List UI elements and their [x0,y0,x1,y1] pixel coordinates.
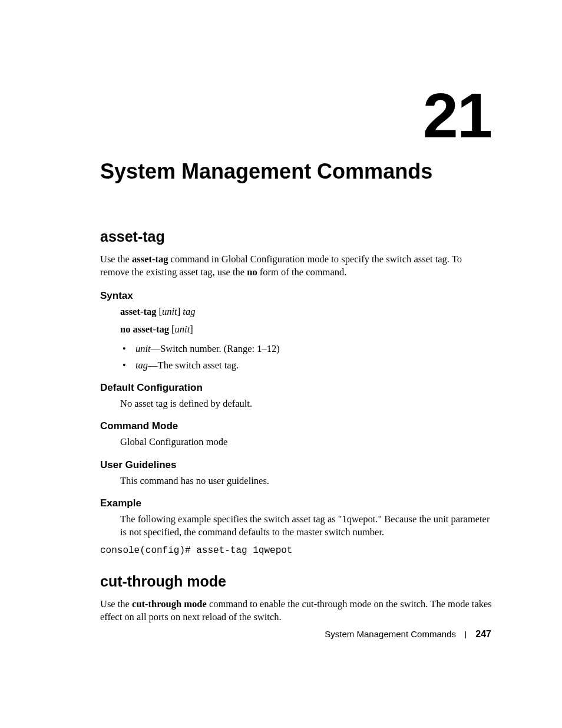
footer-title: System Management Commands [325,629,456,639]
example-code: console(config)# asset-tag 1qwepot [100,545,492,558]
footer-separator [465,631,466,638]
bold-text: cut-through mode [132,598,207,610]
syntax-line: no asset-tag [unit] [120,323,492,336]
command-mode-section: Command Mode Global Configuration mode [100,420,492,449]
asset-tag-intro: Use the asset-tag command in Global Conf… [100,253,492,279]
example-text: The following example specifies the swit… [120,513,492,539]
bold-text: no [247,266,257,278]
syntax-param: unit [162,306,177,317]
text-fragment: form of the command. [257,266,347,278]
section-heading-asset-tag: asset-tag [100,227,492,247]
cut-through-intro: Use the cut-through mode command to enab… [100,598,492,624]
chapter-title: System Management Commands [100,159,432,184]
page-number: 247 [475,629,491,639]
default-config-section: Default Configuration No asset tag is de… [100,381,492,410]
syntax-param: unit [175,324,190,335]
text-fragment: ] [177,306,183,317]
command-mode-text: Global Configuration mode [120,436,492,449]
syntax-heading: Syntax [100,289,492,303]
bullet-text: —Switch number. (Range: 1–12) [151,343,280,354]
section-heading-cut-through: cut-through mode [100,572,492,592]
chapter-number: 21 [423,84,491,147]
syntax-keyword: no asset-tag [120,324,169,335]
syntax-line: asset-tag [unit] tag [120,305,492,318]
syntax-param: tag [183,306,195,317]
page-content: asset-tag Use the asset-tag command in G… [100,227,492,624]
example-heading: Example [100,497,492,510]
list-item: tag—The switch asset tag. [120,359,492,372]
text-fragment: Use the [100,598,132,610]
text-fragment: [ [156,306,162,317]
page-footer: System Management Commands 247 [325,629,491,640]
bullet-param: unit [135,343,151,354]
bold-text: asset-tag [132,253,168,265]
syntax-keyword: asset-tag [120,306,156,317]
user-guidelines-heading: User Guidelines [100,459,492,472]
user-guidelines-section: User Guidelines This command has no user… [100,459,492,487]
text-fragment: ] [190,324,193,335]
user-guidelines-text: This command has no user guidelines. [120,475,492,487]
default-config-text: No asset tag is defined by default. [120,397,492,410]
list-item: unit—Switch number. (Range: 1–12) [120,342,492,355]
bullet-param: tag [135,360,148,371]
command-mode-heading: Command Mode [100,420,492,433]
text-fragment: Use the [100,253,132,265]
bullet-text: —The switch asset tag. [148,360,239,371]
syntax-section: Syntax asset-tag [unit] tag no asset-tag… [100,289,492,372]
syntax-bullet-list: unit—Switch number. (Range: 1–12) tag—Th… [120,342,492,373]
default-config-heading: Default Configuration [100,381,492,395]
example-section: Example The following example specifies … [100,497,492,558]
text-fragment: [ [169,324,175,335]
